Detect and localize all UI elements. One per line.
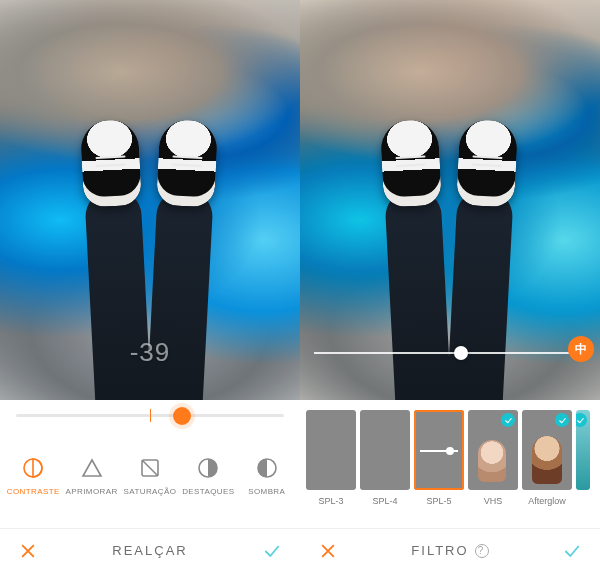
contrast-icon xyxy=(21,456,45,480)
selected-check-icon xyxy=(576,413,587,427)
filter-vhs[interactable]: VHS xyxy=(468,410,518,506)
triangle-icon xyxy=(80,456,104,480)
photo-leg-left xyxy=(384,189,451,400)
thumb-label: SPL-5 xyxy=(426,496,451,506)
filter-spl5[interactable]: SPL-5 xyxy=(414,410,464,506)
shoe-icon xyxy=(380,119,442,208)
panel-title-text: REALÇAR xyxy=(112,543,187,558)
tool-label: DESTAQUES xyxy=(182,487,234,496)
shadows-icon xyxy=(255,456,279,480)
saturation-icon xyxy=(138,456,162,480)
tool-label: SATURAÇÃO xyxy=(124,487,177,496)
enhance-preview[interactable]: -39 xyxy=(0,0,300,400)
check-icon xyxy=(562,541,582,561)
thumb-label: SPL-4 xyxy=(372,496,397,506)
selected-check-icon xyxy=(501,413,515,427)
highlights-icon xyxy=(196,456,220,480)
tool-destaques[interactable]: DESTAQUES xyxy=(179,456,237,496)
thumb-image xyxy=(360,410,410,490)
photo-leg-right xyxy=(146,189,213,400)
tool-label: APRIMORAR xyxy=(66,487,118,496)
cancel-button[interactable] xyxy=(14,537,42,565)
selected-check-icon xyxy=(555,413,569,427)
adjust-value-overlay: -39 xyxy=(130,337,171,368)
thumb-image xyxy=(576,410,590,490)
confirm-button[interactable] xyxy=(258,537,286,565)
slider-knob[interactable] xyxy=(173,407,191,425)
thumb-image xyxy=(522,410,572,490)
tool-sombra[interactable]: SOMBRA xyxy=(238,456,296,496)
photo-leg-right xyxy=(446,189,513,400)
cancel-button[interactable] xyxy=(314,537,342,565)
intensity-indicator-icon xyxy=(420,450,458,452)
help-icon[interactable]: ? xyxy=(475,544,489,558)
thumb-image xyxy=(414,410,464,490)
filter-next-partial[interactable] xyxy=(576,410,590,490)
tool-row: CONTRASTE APRIMORAR SATURAÇÃO DESTAQUES … xyxy=(0,444,300,528)
shoe-icon xyxy=(456,119,518,208)
tool-label: CONTRASTE xyxy=(7,487,60,496)
tool-saturacao[interactable]: SATURAÇÃO xyxy=(121,456,179,496)
panel-title: REALÇAR xyxy=(42,543,258,558)
tool-label: SOMBRA xyxy=(248,487,285,496)
thumb-image xyxy=(468,410,518,490)
filter-bottom-bar: FILTRO ? xyxy=(300,528,600,572)
tool-aprimorar[interactable]: APRIMORAR xyxy=(63,456,121,496)
thumb-label: VHS xyxy=(484,496,503,506)
filter-spl3[interactable]: SPL-3 xyxy=(306,410,356,506)
thumb-label: SPL-3 xyxy=(318,496,343,506)
badge-glyph: 中 xyxy=(575,341,587,358)
filter-afterglow[interactable]: Afterglow xyxy=(522,410,572,506)
filter-intensity-slider[interactable] xyxy=(314,352,586,354)
photo-leg-left xyxy=(84,189,151,400)
shoe-icon xyxy=(80,119,142,208)
filter-thumbnails[interactable]: SPL-3 SPL-4 SPL-5 VHS Afterglow xyxy=(300,400,600,528)
enhance-bottom-bar: REALÇAR xyxy=(0,528,300,572)
slider-center-tick xyxy=(150,409,151,422)
confirm-button[interactable] xyxy=(558,537,586,565)
thumb-image xyxy=(306,410,356,490)
compare-badge[interactable]: 中 xyxy=(568,336,594,362)
check-icon xyxy=(262,541,282,561)
adjust-slider[interactable] xyxy=(0,400,300,444)
panel-title: FILTRO ? xyxy=(342,543,558,558)
slider-knob[interactable] xyxy=(454,346,468,360)
tool-contraste[interactable]: CONTRASTE xyxy=(4,456,62,496)
close-icon xyxy=(318,541,338,561)
filter-preview[interactable]: 中 xyxy=(300,0,600,400)
shoe-icon xyxy=(156,119,218,208)
enhance-panel: -39 CONTRASTE APRIMORAR SATURAÇÃO xyxy=(0,0,300,572)
filter-panel: 中 SPL-3 SPL-4 SPL-5 VHS Afterg xyxy=(300,0,600,572)
thumb-label: Afterglow xyxy=(528,496,566,506)
panel-title-text: FILTRO xyxy=(411,543,468,558)
close-icon xyxy=(18,541,38,561)
filter-spl4[interactable]: SPL-4 xyxy=(360,410,410,506)
